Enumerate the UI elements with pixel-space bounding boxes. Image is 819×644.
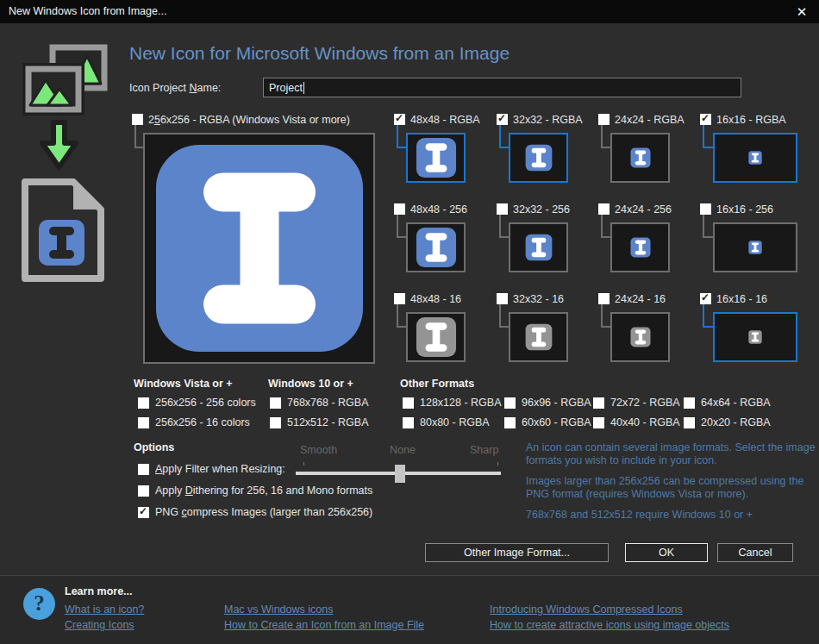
connector-line [703,304,704,328]
connector-line [499,215,501,238]
format-preview-256x256[interactable] [143,133,375,364]
info-paragraph: 768x768 and 512x512 require Windows 10 o… [526,509,819,522]
format-preview-32x32[interactable] [509,133,568,183]
source-images-icon [28,47,104,109]
option-128x128-rgba[interactable]: 128x128 - RGBA [403,397,502,409]
project-name-value: Project [269,82,303,94]
link-what-is-an-icon[interactable]: What is an icon? [65,603,144,616]
format-preview-48x48-16[interactable] [406,312,466,362]
option-768x768-rgba[interactable]: 768x768 - RGBA [270,397,369,409]
format-label: 32x32 - 256 [513,203,570,216]
checkbox-48x48-16[interactable] [394,293,405,304]
checkbox[interactable] [684,417,695,428]
option-80x80-rgba[interactable]: 80x80 - RGBA [403,416,490,428]
checkbox[interactable] [138,464,149,475]
format-preview-16x16-16[interactable] [713,312,797,362]
format-preview-16x16-256[interactable] [713,222,797,272]
image-to-icon-artwork [13,39,125,289]
checkbox-48x48-256[interactable] [394,203,405,215]
checkbox-24x24-rgba[interactable] [598,114,610,125]
format-label: 32x32 - 16 [513,293,564,305]
checkbox-24x24-256[interactable] [598,203,610,215]
option-512x512-rgba[interactable]: 512x512 - RGBA [270,416,369,428]
down-arrow-icon [42,122,76,167]
slider-thumb[interactable] [395,465,405,483]
link-compressed-icons[interactable]: Introducing Windows Compressed Icons [490,603,683,616]
section-options: Options [134,441,174,453]
ok-button[interactable]: OK [625,543,708,562]
checkbox-48x48-rgba[interactable] [394,114,405,125]
checkbox[interactable] [593,397,604,409]
format-preview-48x48[interactable] [406,133,466,183]
help-icon[interactable]: ? [23,588,55,620]
format-label: 16x16 - RGBA [716,114,786,126]
checkbox[interactable] [270,417,281,428]
checkbox[interactable] [138,417,149,428]
slider-label-sharp: Sharp [470,444,498,456]
link-create-icon-from-image[interactable]: How to Create an Icon from an Image File [224,619,424,631]
checkbox-16x16-256[interactable] [700,203,711,215]
checkbox[interactable] [504,417,516,428]
option-40x40-rgba[interactable]: 40x40 - RGBA [593,416,680,428]
option-72x72-rgba[interactable]: 72x72 - RGBA [593,397,680,409]
checkbox[interactable] [138,397,149,409]
footer: ? Learn more... What is an icon? Creatin… [0,575,819,644]
title-bar: New Windows Icon from Image... ✕ [0,0,819,23]
option-96x96-rgba[interactable]: 96x96 - RGBA [504,397,591,409]
checkbox-16x16-rgba[interactable] [700,114,711,125]
resize-filter-slider: Smooth None Sharp [296,444,508,487]
link-mac-vs-windows[interactable]: Mac vs Windows icons [224,603,333,616]
format-preview-16x16[interactable] [713,133,797,183]
checkbox[interactable] [593,417,604,428]
section-windows-10: Windows 10 or + [268,378,353,390]
section-windows-vista: Windows Vista or + [134,378,233,390]
other-image-format-button[interactable]: Other Image Format... [425,543,609,562]
format-preview-24x24-16[interactable] [610,312,670,362]
option-60x60-rgba[interactable]: 60x60 - RGBA [504,416,591,428]
connector-line [703,125,704,148]
format-preview-32x32-16[interactable] [509,312,568,362]
format-preview-32x32-256[interactable] [509,222,568,272]
section-other-formats: Other Formats [400,378,474,390]
project-name-input[interactable]: Project [263,78,741,97]
checkbox-16x16-16[interactable] [700,293,711,304]
checkbox[interactable] [684,397,695,409]
project-name-label: Icon Project Name: [129,82,221,94]
format-label-256x256-rgba: 256x256 - RGBA (Windows Vista or more) [148,114,350,126]
option-64x64-rgba[interactable]: 64x64 - RGBA [684,397,771,409]
option-apply-filter[interactable]: Apply Filter when Resizing: [138,463,285,475]
checkbox[interactable] [504,397,516,409]
format-preview-48x48-256[interactable] [406,222,466,272]
link-attractive-icons[interactable]: How to create attractive icons using ima… [490,619,729,631]
checkbox[interactable] [403,417,414,428]
connector-line [397,215,398,238]
format-label: 24x24 - 256 [615,203,672,216]
format-label: 24x24 - RGBA [615,114,685,126]
format-label: 24x24 - 16 [615,293,666,305]
icon-file-icon [25,182,101,278]
format-preview-24x24-256[interactable] [610,222,670,272]
checkbox-32x32-16[interactable] [497,293,508,304]
close-icon[interactable]: ✕ [793,3,810,21]
checkbox[interactable] [403,397,414,409]
checkbox-32x32-256[interactable] [497,203,508,215]
option-256x256-16colors[interactable]: 256x256 - 16 colors [138,416,250,428]
link-creating-icons[interactable]: Creating Icons [65,619,134,631]
window-title: New Windows Icon from Image... [9,5,166,17]
checkbox-32x32-rgba[interactable] [497,114,508,125]
cancel-button[interactable]: Cancel [717,543,793,562]
checkbox-256x256-rgba[interactable] [132,114,143,125]
option-apply-dithering[interactable]: Apply Dithering for 256, 16 and Mono for… [138,485,372,497]
checkbox[interactable] [138,485,149,497]
checkbox[interactable] [138,507,149,518]
format-label: 48x48 - RGBA [410,114,480,126]
checkbox[interactable] [270,397,281,409]
option-256x256-256colors[interactable]: 256x256 - 256 colors [138,397,256,409]
text-cursor [303,82,304,94]
connector-line [499,304,501,328]
new-windows-icon-dialog: { "window": { "title": "New Windows Icon… [0,0,819,644]
checkbox-24x24-16[interactable] [598,293,610,304]
option-png-compress[interactable]: PNG compress Images (larger than 256x256… [138,506,372,518]
option-20x20-rgba[interactable]: 20x20 - RGBA [684,416,771,428]
format-preview-24x24[interactable] [610,133,670,183]
